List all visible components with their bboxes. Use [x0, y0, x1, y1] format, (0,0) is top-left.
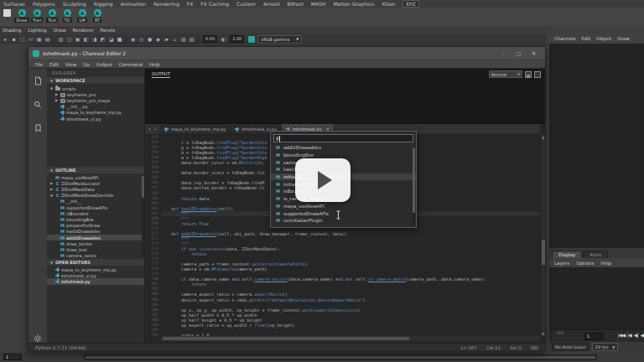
maya-menu-epz[interactable]: EPZ: [402, 0, 419, 8]
viewport-tool-icon[interactable]: ▦: [35, 34, 43, 44]
symbol-item-boundingbox[interactable]: MboundingBox: [271, 152, 416, 159]
playback-icon[interactable]: ◀|: [634, 332, 638, 338]
shelf-button-to[interactable]: ATO: [60, 9, 74, 23]
editor-menu-edit[interactable]: Edit: [49, 62, 59, 67]
maya-menu-custom[interactable]: Custom: [236, 1, 256, 7]
layer-menu-help[interactable]: Help: [600, 261, 611, 266]
outline-item-draw-border[interactable]: Mdraw_border: [47, 240, 145, 246]
output-panel-tab[interactable]: OUTPUT: [152, 71, 170, 78]
viewport-tool-icon[interactable]: ◫: [65, 34, 73, 44]
horizontal-scrollbar[interactable]: [161, 336, 540, 341]
shelf-button-rt[interactable]: ART: [91, 9, 104, 23]
symbol-item-uninitializeplugin[interactable]: MuninitializePlugin: [271, 217, 416, 225]
gamma-field[interactable]: 1.00: [230, 35, 244, 43]
viewport-tool-icon[interactable]: ▫: [171, 34, 179, 44]
outline-item-draw-text[interactable]: Mdraw_text: [47, 246, 145, 252]
editor-menu-go[interactable]: Go: [83, 62, 90, 67]
maya-menu-xgen[interactable]: XGen: [382, 1, 395, 7]
maya-menu-surfaces[interactable]: Surfaces: [3, 1, 25, 7]
open-editor-zshotmask-ui-py[interactable]: zshotmask_ui.py: [47, 272, 145, 278]
maya-menu-mash[interactable]: MASH: [311, 1, 326, 7]
open-editors-section-header[interactable]: ▼OPEN EDITORS: [47, 259, 145, 266]
open-editor-zshotmask-py[interactable]: zshotmask.py: [47, 278, 145, 284]
popup-scrollbar[interactable]: [413, 146, 415, 225]
anim-layer-button[interactable]: No Anim Layer: [552, 343, 589, 351]
outline-item-isbounded[interactable]: MisBounded: [47, 210, 145, 216]
layer-menu-options[interactable]: Options: [576, 261, 594, 266]
maya-menu-animation[interactable]: Animation: [120, 1, 146, 7]
viewport-tool-icon[interactable]: ▧: [188, 34, 195, 44]
symbol-search-input[interactable]: @: [273, 134, 413, 142]
viewport-tool-icon[interactable]: ▣: [74, 34, 81, 44]
view-transform-select[interactable]: sRGB gamma▼: [257, 35, 302, 44]
workspace-item-maya-to-keyframe-mp-py[interactable]: maya_to_keyframe_mp.py: [47, 110, 145, 116]
outline-section-header[interactable]: ▼OUTLINE: [47, 167, 145, 173]
viewport-tool-icon[interactable]: □: [18, 34, 26, 44]
panel-menu-panels[interactable]: Panels: [101, 28, 116, 33]
channel-box-menu-show[interactable]: Show: [617, 36, 630, 41]
range-start-field[interactable]: 1: [3, 354, 22, 360]
playback-icon[interactable]: |◀◀: [618, 332, 625, 338]
exposure-field[interactable]: 0.00: [203, 35, 217, 43]
export-output-icon[interactable]: [534, 71, 541, 78]
vertical-scrollbar[interactable]: ▲ ▼: [540, 135, 545, 336]
symbol-item-adduidrawables[interactable]: MaddUIDrawables: [271, 144, 416, 152]
window-titlebar[interactable]: zshotmask.py - Charcoal Editor 2 –□✕: [29, 47, 545, 60]
color-management-icon[interactable]: [248, 36, 255, 43]
scroll-up-icon[interactable]: ▲: [541, 135, 545, 139]
video-play-overlay[interactable]: [295, 158, 351, 202]
shelf-partial-icon[interactable]: [3, 9, 11, 17]
minimize-button[interactable]: –: [502, 50, 505, 56]
viewport-tool-icon[interactable]: ▰: [163, 34, 170, 44]
viewport-tool-icon[interactable]: ◨: [91, 34, 98, 44]
shelf-button-lm[interactable]: ALM: [75, 9, 89, 23]
viewport-tool-icon[interactable]: ◆: [154, 34, 162, 44]
output-mode-select[interactable]: Normal ▼: [489, 70, 522, 78]
panel-menu-renderer[interactable]: Renderer: [72, 28, 93, 33]
range-slider[interactable]: [84, 354, 597, 360]
fps-select[interactable]: 24 fps ▼: [592, 343, 619, 351]
viewport-tool-icon[interactable]: ▨: [179, 34, 187, 44]
viewport-tool-icon[interactable]: ▤: [44, 34, 51, 44]
panel-menu-lighting[interactable]: Lighting: [28, 28, 46, 33]
outline-item-supporteddrawapis[interactable]: MsupportedDrawAPIs: [47, 204, 145, 210]
nav-back-icon[interactable]: ‹: [148, 126, 151, 132]
channel-box-menu-channels[interactable]: Channels: [554, 36, 575, 41]
maya-menu-arnold[interactable]: Arnold: [263, 1, 279, 7]
symbol-item-maya-usenewapi[interactable]: Mmaya_useNewAPI: [271, 203, 416, 210]
viewport-tool-icon[interactable]: ◎: [138, 34, 145, 44]
workspace-item-init-py[interactable]: __init__.py: [47, 104, 145, 110]
editor-tab-maya-to-keyframe-mp-py[interactable]: maya_to_keyframe_mp.py: [160, 124, 231, 134]
viewport-tool-icon[interactable]: ●: [146, 34, 153, 44]
range-slider-thumb[interactable]: [86, 356, 595, 359]
workspace-item-scripts[interactable]: ▼scripts: [47, 85, 145, 91]
scroll-down-icon[interactable]: ▼: [541, 332, 545, 336]
viewport-tool-icon[interactable]: ◧: [82, 34, 90, 44]
maximize-button[interactable]: □: [516, 50, 521, 56]
viewport-tool-icon[interactable]: ■: [116, 34, 123, 44]
playback-icon[interactable]: |◀: [627, 332, 631, 338]
maya-menu-fx-caching[interactable]: FX Caching: [200, 1, 229, 7]
maya-menu-fx[interactable]: FX: [187, 1, 194, 7]
symbol-item-supporteddrawapis[interactable]: MsupportedDrawAPIs: [271, 209, 416, 217]
editor-menu-file[interactable]: File: [35, 62, 43, 67]
workspace-item-keyframe-pro[interactable]: ▶keyframe_pro: [47, 91, 145, 97]
open-editor-maya-to-keyframe-mp-py[interactable]: maya_to_keyframe_mp.py: [47, 266, 145, 272]
channel-box-menu-object[interactable]: Object: [596, 36, 611, 41]
workspace-section-header[interactable]: ▼WORKSPACE: [47, 77, 145, 84]
maya-menu-sculpting[interactable]: Sculpting: [63, 1, 86, 7]
files-icon[interactable]: [34, 73, 42, 89]
shelf-button-tran[interactable]: ATran: [30, 9, 44, 23]
outline-item-init[interactable]: M__init__: [47, 199, 145, 204]
workspace-item-zshotmask-ui-py[interactable]: zshotmask_ui.py: [47, 116, 145, 122]
vscroll-thumb[interactable]: [542, 240, 545, 265]
outline-item-zshotmaskdrawoverride[interactable]: ▼CZShotMaskDrawOverride: [47, 193, 145, 199]
search-icon[interactable]: [34, 96, 42, 112]
viewport-tool-icon[interactable]: ▸: [2, 34, 9, 44]
maya-menu-rigging[interactable]: Rigging: [94, 1, 113, 7]
close-button[interactable]: ✕: [532, 50, 536, 56]
maya-menu-polygons[interactable]: Polygons: [33, 1, 55, 7]
maya-menu-bifrost[interactable]: Bifrost: [287, 1, 303, 7]
workspace-item-keyframe-pro-maya[interactable]: ▶keyframe_pro_maya: [47, 97, 145, 103]
save-output-icon[interactable]: [525, 71, 532, 78]
